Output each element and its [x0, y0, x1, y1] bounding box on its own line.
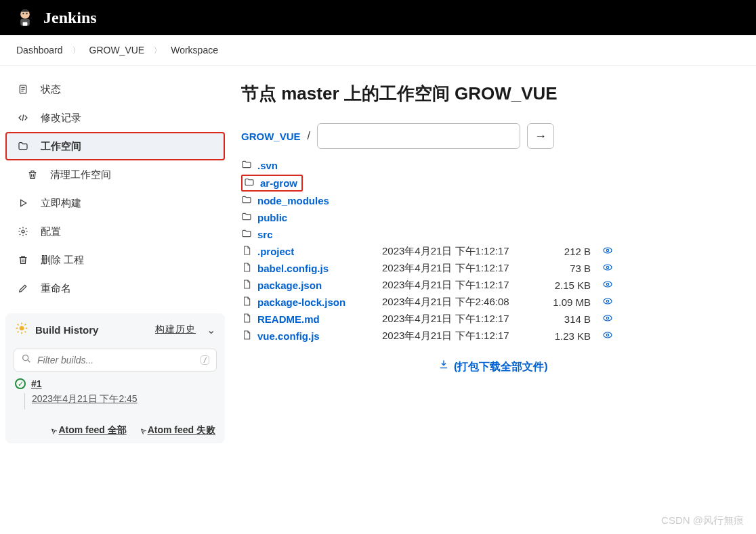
dir-row: node_modules — [241, 192, 745, 209]
dir-link[interactable]: src — [241, 228, 273, 241]
folder-icon — [241, 211, 252, 224]
breadcrumb-workspace[interactable]: Workspace — [171, 45, 218, 55]
file-row: package.json2023年4月21日 下午1:12:172.15 KB — [241, 277, 745, 294]
sidebar-item-1[interactable]: 修改记录 — [5, 104, 225, 132]
page-title: 节点 master 上的工作空间 GROW_VUE — [241, 82, 745, 106]
eye-icon — [602, 314, 613, 326]
view-file-button[interactable] — [596, 279, 619, 292]
file-size: 1.23 KB — [537, 330, 591, 342]
sun-icon — [15, 321, 28, 338]
atom-feed-all[interactable]: ⟑Atom feed 全部 — [51, 424, 126, 435]
svg-point-36 — [606, 317, 608, 319]
chevron-right-icon: 〉 — [154, 45, 161, 55]
svg-point-13 — [22, 230, 24, 233]
top-header: Jenkins — [0, 0, 756, 35]
gear-icon — [16, 225, 30, 238]
slash-shortcut-icon: / — [201, 355, 209, 365]
dir-link[interactable]: node_modules — [241, 194, 329, 207]
build-number-link[interactable]: #1 — [31, 378, 42, 389]
sidebar-item-3[interactable]: 清理工作空间 — [5, 160, 225, 189]
sidebar-item-label: 状态 — [41, 83, 61, 96]
eye-icon — [602, 297, 613, 309]
file-icon — [241, 279, 252, 292]
filter-builds-search[interactable]: / — [14, 349, 217, 372]
file-icon — [241, 296, 252, 309]
view-file-button[interactable] — [596, 313, 619, 326]
view-file-button[interactable] — [596, 296, 619, 309]
folder-icon — [16, 139, 30, 153]
file-link[interactable]: babel.config.js — [241, 262, 377, 275]
dir-row: src — [241, 226, 745, 243]
download-all-link[interactable]: (打包下载全部文件) — [454, 361, 548, 372]
build-date-link[interactable]: 2023年4月21日 下午2:45 — [24, 393, 138, 409]
svg-point-38 — [606, 334, 608, 336]
view-file-button[interactable] — [596, 262, 619, 275]
sidebar-item-label: 配置 — [41, 225, 61, 238]
dir-link[interactable]: public — [241, 211, 287, 224]
file-link[interactable]: .project — [241, 245, 377, 258]
trash-icon — [16, 253, 30, 267]
svg-point-27 — [604, 248, 612, 253]
file-size: 314 B — [537, 313, 591, 325]
sidebar-item-6[interactable]: 删除 工程 — [5, 246, 225, 274]
file-date: 2023年4月21日 下午1:12:17 — [382, 245, 531, 258]
filter-builds-input[interactable] — [37, 355, 201, 365]
path-input[interactable] — [317, 123, 520, 149]
svg-point-34 — [606, 300, 608, 302]
dir-row: ar-grow — [241, 175, 303, 192]
sidebar-item-4[interactable]: 立即构建 — [5, 189, 225, 217]
view-file-button[interactable] — [596, 245, 619, 258]
build-history-title: Build History — [35, 324, 148, 336]
doc-icon — [16, 83, 30, 96]
file-link[interactable]: README.md — [241, 313, 377, 326]
go-button[interactable]: → — [527, 123, 554, 149]
svg-point-31 — [604, 282, 612, 287]
sidebar-item-label: 清理工作空间 — [50, 169, 111, 181]
file-row: README.md2023年4月21日 下午1:12:17314 B — [241, 311, 745, 328]
workspace-root-link[interactable]: GROW_VUE — [241, 131, 301, 142]
path-separator: / — [308, 130, 310, 142]
sidebar-item-2[interactable]: 工作空间 — [5, 132, 225, 160]
success-icon: ✓ — [15, 378, 26, 389]
atom-feed-fail[interactable]: ⟑Atom feed 失败 — [140, 424, 215, 435]
file-link[interactable]: package.json — [241, 279, 377, 292]
file-link[interactable]: package-lock.json — [241, 296, 377, 309]
main-content: 节点 master 上的工作空间 GROW_VUE GROW_VUE / → .… — [230, 66, 756, 453]
folder-icon — [244, 177, 255, 190]
dir-link[interactable]: ar-grow — [244, 177, 297, 190]
sidebar-item-0[interactable]: 状态 — [5, 75, 225, 104]
file-date: 2023年4月21日 下午1:12:17 — [382, 330, 531, 342]
svg-marker-12 — [21, 200, 26, 206]
svg-point-16 — [20, 326, 24, 331]
play-icon — [16, 196, 30, 210]
file-icon — [241, 262, 252, 275]
breadcrumb-dashboard[interactable]: Dashboard — [16, 45, 63, 55]
breadcrumb-project[interactable]: GROW_VUE — [89, 45, 145, 55]
arrow-right-icon: → — [534, 129, 547, 143]
search-icon — [21, 353, 32, 367]
svg-line-26 — [28, 360, 30, 362]
folder-icon — [241, 228, 252, 241]
sidebar-item-7[interactable]: 重命名 — [5, 274, 225, 303]
file-date: 2023年4月21日 下午2:46:08 — [382, 296, 531, 309]
view-file-button[interactable] — [596, 330, 619, 342]
chevron-down-icon: ⌄ — [207, 324, 215, 336]
folder-icon — [241, 194, 252, 207]
svg-point-3 — [26, 13, 27, 14]
svg-line-22 — [25, 332, 26, 333]
svg-line-21 — [18, 324, 19, 326]
build-history-panel: Build History 构建历史 ⌄ / ✓ #1 2023年4月21日 下… — [5, 313, 225, 443]
breadcrumb: Dashboard 〉 GROW_VUE 〉 Workspace — [0, 35, 756, 66]
sidebar-item-label: 重命名 — [41, 282, 71, 295]
file-link[interactable]: vue.config.js — [241, 330, 377, 342]
file-size: 73 B — [537, 263, 591, 274]
file-size: 2.15 KB — [537, 280, 591, 291]
dir-link[interactable]: .svn — [241, 159, 278, 172]
eye-icon — [602, 263, 613, 275]
svg-point-32 — [606, 283, 608, 285]
sidebar-item-5[interactable]: 配置 — [5, 217, 225, 246]
folder-icon — [241, 159, 252, 172]
build-trend-link[interactable]: 构建历史 — [155, 324, 196, 336]
svg-line-23 — [18, 332, 19, 333]
file-row: package-lock.json2023年4月21日 下午2:46:081.0… — [241, 294, 745, 311]
